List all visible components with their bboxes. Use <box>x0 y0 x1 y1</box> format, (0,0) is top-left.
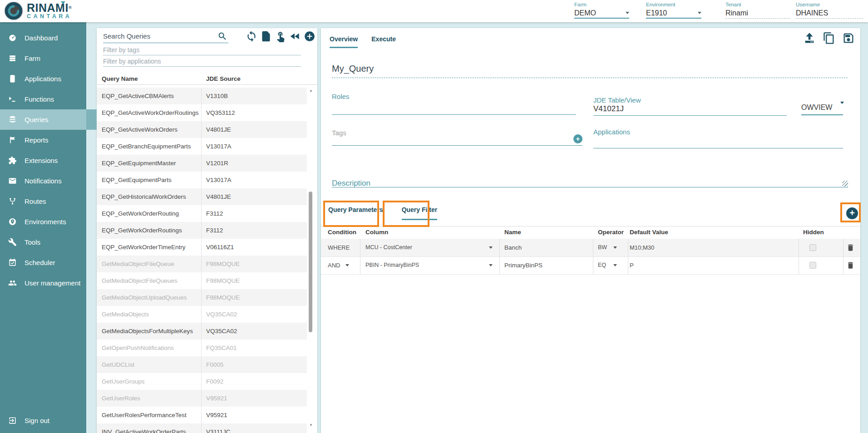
sidebar-item-queries[interactable]: Queries <box>0 109 86 130</box>
username-field[interactable]: UsernameDHAINES <box>796 2 863 19</box>
query-list-row[interactable]: EQP_GetEquipmentMasterV1201R <box>97 155 307 172</box>
tenant-value-row[interactable]: Rinami <box>725 8 790 19</box>
tab-overview[interactable]: Overview <box>330 35 358 48</box>
add-query-icon[interactable] <box>304 30 316 42</box>
query-list-row[interactable]: EQP_GetHistoricalWorkOrdersV4801JE <box>97 188 307 205</box>
roles-input[interactable] <box>332 101 572 110</box>
query-list-row[interactable]: GetMediaObjectsVQ35CA02 <box>97 306 307 323</box>
query-list-row[interactable]: EQP_GetBranchEquipmentPartsV13017A <box>97 138 307 155</box>
query-list-row[interactable]: GetMediaObjectsForMultipleKeysVQ35CA02 <box>97 323 307 340</box>
tab-execute[interactable]: Execute <box>371 35 396 48</box>
column-select[interactable]: MCU - CostCenter <box>365 239 412 256</box>
query-list-row[interactable]: EQP_GetActiveWorkOrderRoutingsVQ353112 <box>97 104 307 121</box>
refresh-icon[interactable] <box>246 30 257 42</box>
jde-table-type-select[interactable]: OWVIEW <box>801 103 843 115</box>
query-list-row[interactable]: EQP_GetWorkOrderTimeEntryV06116Z1 <box>97 239 307 256</box>
jde-source-cell: VQ35CA02 <box>206 306 237 323</box>
default-value-cell[interactable]: M10;M30 <box>630 239 654 256</box>
query-list-row[interactable]: INV_GetActiveWorkOrderPartsV3111JC <box>97 423 307 433</box>
query-name-cell: EQP_GetHistoricalWorkOrders <box>102 188 186 205</box>
sidebar-item-extensions[interactable]: Extensions <box>0 150 86 171</box>
farm-value: DEMO <box>574 9 596 17</box>
query-list-row[interactable]: GetUDCListF0005 <box>97 356 307 373</box>
delete-row-icon[interactable] <box>846 243 855 252</box>
sidebar-item-dashboard[interactable]: Dashboard <box>0 28 86 48</box>
sidebar-item-routes[interactable]: Routes <box>0 191 86 212</box>
query-list-row[interactable]: GetUserRolesPerformanceTestV95921 <box>97 407 307 423</box>
environment-field[interactable]: EnvironmentE1910 <box>646 2 701 19</box>
save-icon[interactable] <box>842 32 855 44</box>
query-list-row[interactable]: EQP_GetEquipmentPartsV13017A <box>97 172 307 188</box>
sidebar-item-notifications[interactable]: Notifications <box>0 171 86 191</box>
column-select[interactable]: PBIN - PrimaryBinPS <box>365 256 419 274</box>
sidebar-item-label: Queries <box>25 116 49 123</box>
search-icon[interactable] <box>217 31 227 41</box>
operator-select[interactable]: BW <box>598 239 607 256</box>
query-name-cell: EQP_GetWorkOrderTimeEntry <box>102 239 186 256</box>
hidden-checkbox[interactable] <box>809 244 816 251</box>
scrollbar-thumb[interactable] <box>309 192 312 332</box>
sidebar-item-tools[interactable]: Tools <box>0 232 86 252</box>
query-list-row[interactable]: EQP_GetActiveWorkOrdersV4801JE <box>97 121 307 138</box>
sidebar-item-functions[interactable]: Functions <box>0 89 86 109</box>
excel-export-icon[interactable] <box>260 30 272 42</box>
sidebar-item-farm[interactable]: Farm <box>0 48 86 69</box>
upload-icon[interactable] <box>803 32 816 44</box>
applications-underline <box>593 148 843 148</box>
subtab-query-filter[interactable]: Query Filter <box>402 206 438 220</box>
query-name-field[interactable]: My_Query <box>332 64 374 74</box>
query-name-cell: EQP_GetActiveCBMAlerts <box>102 88 174 104</box>
query-list-row[interactable]: EQP_GetActiveCBMAlertsV1310B <box>97 88 307 104</box>
delete-row-icon[interactable] <box>846 261 855 270</box>
query-list-row[interactable]: GetMediaObjectUploadQueuesF98MOQUE <box>97 289 307 306</box>
query-list-row[interactable]: GetMediaObjectFileQueueF98MOQUE <box>97 256 307 272</box>
scroll-down-arrow[interactable]: ▼ <box>308 423 314 427</box>
hidden-checkbox[interactable] <box>809 262 816 269</box>
jde-source-cell: V4801JE <box>206 121 231 138</box>
query-list-row[interactable]: GetUserRolesV95921 <box>97 390 307 407</box>
condition-cell[interactable]: AND <box>328 256 340 274</box>
sidebar-item-applications[interactable]: Applications <box>0 69 86 89</box>
tenant-field[interactable]: TenantRinami <box>725 2 790 19</box>
jde-source-cell: VQ35CA02 <box>206 323 237 340</box>
sidebar-item-reports[interactable]: Reports <box>0 130 86 150</box>
query-list-panel: Query Name JDE Source EQP_GetActiveCBMAl… <box>97 28 317 433</box>
touch-select-icon[interactable] <box>275 30 286 42</box>
jde-source-cell: F3112 <box>206 222 223 239</box>
name-cell[interactable]: PrimaryBinPS <box>504 256 542 274</box>
farm-value-row[interactable]: DEMO <box>574 8 629 19</box>
query-subtabs: Query ParametersQuery Filter <box>328 206 437 220</box>
query-list-row[interactable]: EQP_GetWorkOrderRoutingsF3112 <box>97 222 307 239</box>
add-tag-icon[interactable]: + <box>573 134 582 143</box>
sidebar-item-environments[interactable]: Environments <box>0 212 86 232</box>
tags-placeholder[interactable]: Tags <box>332 129 346 137</box>
rewind-icon[interactable] <box>289 30 301 42</box>
farm-field[interactable]: FarmDEMO <box>574 2 629 19</box>
filter-by-applications-input[interactable] <box>103 56 301 67</box>
query-list-row[interactable]: GetUserGroupsF0092 <box>97 373 307 390</box>
chevron-down-icon <box>489 246 493 249</box>
default-value-cell[interactable]: P <box>630 256 634 274</box>
jde-table-view-input[interactable] <box>593 104 784 113</box>
operator-select[interactable]: EQ <box>598 256 606 274</box>
username-value-row[interactable]: DHAINES <box>796 8 863 19</box>
query-list-row[interactable]: GetOpenPushNotificationsFQ35CA01 <box>97 340 307 356</box>
description-underline <box>332 187 848 187</box>
jde-source-cell: V95921 <box>206 407 227 423</box>
copy-icon[interactable] <box>823 32 835 44</box>
scroll-up-arrow[interactable]: ▲ <box>308 89 314 93</box>
subtab-query-parameters[interactable]: Query Parameters <box>328 206 383 220</box>
cell-divider <box>628 239 628 274</box>
sidebar-item-sign-out[interactable]: Sign out <box>0 410 86 431</box>
sidebar-item-user-management[interactable]: User management <box>0 273 86 293</box>
environment-value-row[interactable]: E1910 <box>646 8 701 19</box>
query-list-row[interactable]: GetMediaObjectFileQueuesF98MOQUE <box>97 272 307 289</box>
sidebar-item-scheduler[interactable]: Scheduler <box>0 252 86 273</box>
query-list-row[interactable]: EQP_GetWorkOrderRoutingF3112 <box>97 205 307 222</box>
name-cell[interactable]: Banch <box>504 239 522 256</box>
query-name-cell: INV_GetActiveWorkOrderParts <box>102 423 186 433</box>
description-resize-handle[interactable] <box>842 181 848 187</box>
filter-by-tags-input[interactable] <box>103 44 301 55</box>
add-filter-row-icon[interactable]: + <box>846 207 858 219</box>
search-input[interactable] <box>103 30 216 42</box>
